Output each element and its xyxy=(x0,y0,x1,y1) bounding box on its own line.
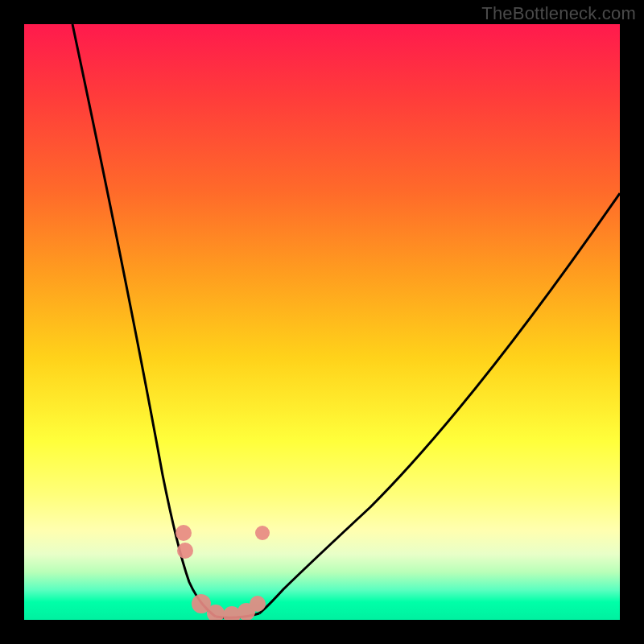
performance-curve xyxy=(24,24,620,620)
marker-dot xyxy=(177,543,193,559)
marker-group xyxy=(175,525,270,620)
marker-dot xyxy=(250,596,266,612)
chart-frame: TheBottleneck.com xyxy=(0,0,644,644)
curve-lines xyxy=(72,24,620,617)
marker-dot xyxy=(175,525,192,541)
watermark-text: TheBottleneck.com xyxy=(481,3,636,24)
plot-area xyxy=(24,24,620,620)
marker-dot xyxy=(255,526,270,540)
left-branch-line xyxy=(72,24,216,617)
right-branch-line xyxy=(259,193,620,613)
